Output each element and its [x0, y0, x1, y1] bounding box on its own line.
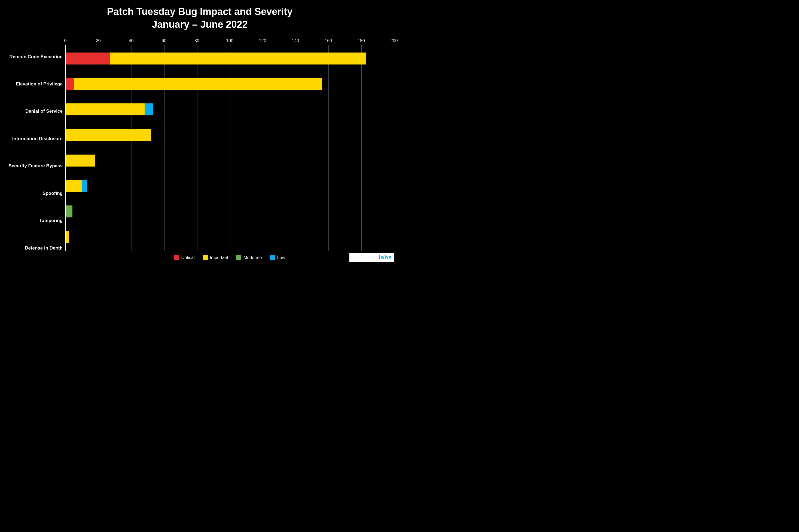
bar-segment: [66, 231, 69, 243]
x-tick-40: 40: [129, 38, 133, 43]
bar-row: [66, 50, 394, 67]
x-tick-100: 100: [226, 38, 233, 43]
legend-item-important: Important: [203, 255, 229, 260]
y-axis-labels: Remote Code ExecutionElevation of Privil…: [5, 35, 65, 263]
bar-row: [66, 101, 394, 117]
chart-title: Patch Tuesday Bug Impact and Severity Ja…: [107, 5, 293, 31]
bar-segment: [66, 103, 145, 115]
grid-line-200: [394, 45, 394, 251]
x-tick-60: 60: [162, 38, 166, 43]
bar-row: [66, 76, 394, 92]
y-label-information-disclosure: Information Disclosure: [12, 128, 62, 150]
legend-color-critical: [174, 255, 179, 260]
y-label-tampering: Tampering: [39, 210, 62, 232]
x-axis-labels: 020406080100120140160180200: [65, 35, 394, 43]
x-tick-120: 120: [259, 38, 266, 43]
bar-row: [66, 178, 394, 194]
legend-color-low: [270, 255, 275, 260]
x-tick-20: 20: [96, 38, 101, 43]
title-line2: January – June 2022: [107, 18, 293, 31]
legend-item-low: Low: [270, 255, 285, 260]
x-tick-0: 0: [64, 38, 67, 43]
y-label-security-feature-bypass: Security Feature Bypass: [9, 155, 62, 177]
legend-label-low: Low: [277, 255, 285, 260]
y-label-defense-in-depth: Defense in Depth: [25, 237, 62, 259]
legend-label-important: Important: [210, 255, 229, 260]
legend-color-moderate: [236, 255, 241, 260]
bar-row: [66, 229, 394, 245]
bar-segment: [66, 155, 95, 167]
bar-segment: [66, 53, 110, 64]
labs-text: labs: [379, 254, 392, 261]
x-tick-80: 80: [195, 38, 199, 43]
bar-row: [66, 127, 394, 143]
y-label-spoofing: Spoofing: [42, 183, 62, 204]
bar-segment: [145, 103, 153, 115]
bar-row: [66, 152, 394, 169]
chart-body: Remote Code ExecutionElevation of Privil…: [5, 35, 394, 263]
title-line1: Patch Tuesday Bug Impact and Severity: [107, 5, 293, 18]
sophos-logo: SOPHOS labs: [349, 253, 394, 262]
legend-item-moderate: Moderate: [236, 255, 262, 260]
chart-plot-area: 020406080100120140160180200 CriticalImpo…: [65, 35, 394, 263]
legend-label-critical: Critical: [181, 255, 195, 260]
x-tick-160: 160: [325, 38, 332, 43]
bar-row: [66, 203, 394, 220]
x-tick-140: 140: [292, 38, 299, 43]
y-label-denial-of-service: Denial of Service: [25, 101, 62, 122]
legend-item-critical: Critical: [174, 255, 195, 260]
legend: CriticalImportantModerateLow: [65, 252, 394, 263]
bar-segment: [66, 78, 74, 90]
legend-label-moderate: Moderate: [243, 255, 262, 260]
bar-segment: [82, 180, 87, 192]
chart-container: Patch Tuesday Bug Impact and Severity Ja…: [0, 0, 399, 266]
bar-segment: [66, 129, 151, 141]
y-label-elevation-of-privilege: Elevation of Privilege: [16, 73, 62, 95]
bar-segment: [110, 53, 366, 64]
bar-segment: [74, 78, 322, 90]
bar-segment: [66, 206, 72, 217]
x-tick-180: 180: [358, 38, 365, 43]
x-tick-200: 200: [391, 38, 398, 43]
legend-color-important: [203, 255, 208, 260]
bars-area: [65, 45, 394, 251]
sophos-text: SOPHOS: [351, 254, 379, 261]
bar-segment: [66, 180, 82, 192]
y-label-remote-code-execution: Remote Code Execution: [9, 46, 62, 68]
